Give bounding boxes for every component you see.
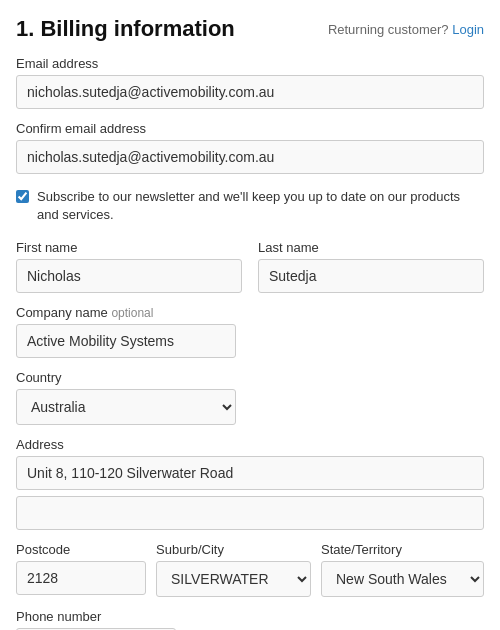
company-input[interactable] (16, 324, 236, 358)
suburb-select[interactable]: SILVERWATER (156, 561, 311, 597)
location-row: Postcode Suburb/City SILVERWATER State/T… (16, 542, 484, 597)
newsletter-checkbox[interactable] (16, 190, 29, 203)
suburb-field-group: Suburb/City SILVERWATER (156, 542, 311, 597)
suburb-label: Suburb/City (156, 542, 311, 557)
page-title: 1. Billing information (16, 16, 235, 42)
email-field-group: Email address (16, 56, 484, 109)
country-select[interactable]: Australia (16, 389, 236, 425)
address-field-group: Address (16, 437, 484, 530)
first-name-label: First name (16, 240, 242, 255)
name-row: First name Last name (16, 240, 484, 293)
returning-customer-text: Returning customer? Login (328, 22, 484, 37)
last-name-label: Last name (258, 240, 484, 255)
state-select[interactable]: New South Wales Victoria Queensland West… (321, 561, 484, 597)
last-name-field-group: Last name (258, 240, 484, 293)
company-field-group: Company name optional (16, 305, 484, 358)
company-label: Company name optional (16, 305, 484, 320)
confirm-email-input[interactable] (16, 140, 484, 174)
phone-label: Phone number (16, 609, 484, 624)
address2-input[interactable] (16, 496, 484, 530)
confirm-email-label: Confirm email address (16, 121, 484, 136)
address-input[interactable] (16, 456, 484, 490)
newsletter-label[interactable]: Subscribe to our newsletter and we'll ke… (37, 188, 484, 224)
first-name-field-group: First name (16, 240, 242, 293)
country-field-group: Country Australia (16, 370, 484, 425)
last-name-input[interactable] (258, 259, 484, 293)
login-link[interactable]: Login (452, 22, 484, 37)
newsletter-row: Subscribe to our newsletter and we'll ke… (16, 186, 484, 226)
address-label: Address (16, 437, 484, 452)
email-input[interactable] (16, 75, 484, 109)
postcode-input[interactable] (16, 561, 146, 595)
state-label: State/Territory (321, 542, 484, 557)
country-label: Country (16, 370, 484, 385)
phone-field-group: Phone number (16, 609, 484, 630)
company-optional: optional (111, 306, 153, 320)
confirm-email-field-group: Confirm email address (16, 121, 484, 174)
state-field-group: State/Territory New South Wales Victoria… (321, 542, 484, 597)
email-label: Email address (16, 56, 484, 71)
first-name-input[interactable] (16, 259, 242, 293)
postcode-label: Postcode (16, 542, 146, 557)
postcode-field-group: Postcode (16, 542, 146, 597)
